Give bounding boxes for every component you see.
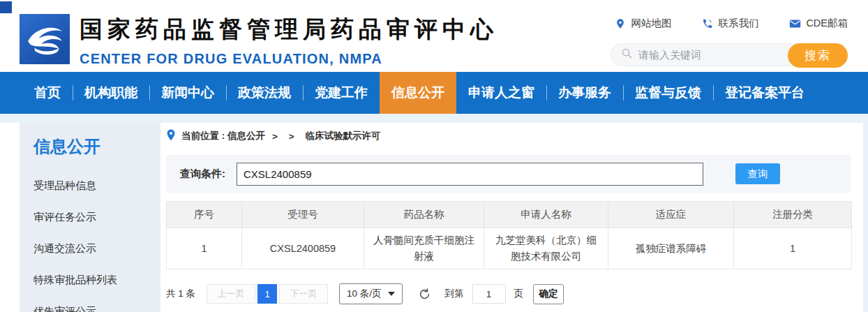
- sidebar-menu: 受理品种信息 审评任务公示 沟通交流公示 特殊审批品种列表 优先审评公示: [33, 180, 160, 312]
- sidebar-title: 信息公开: [33, 137, 160, 156]
- table-header-row: 序号 受理号 药品名称 申请人名称 适应症 注册分类: [167, 202, 852, 228]
- breadcrumb-pin-icon: [166, 129, 176, 143]
- contact-label: 联系我们: [718, 17, 758, 30]
- page-size-select[interactable]: 10 条/页: [339, 283, 403, 304]
- main-content: 当前位置 : 信息公开 > > 临床试验默示许可 查询条件: 查询 序号 受理号…: [166, 123, 851, 304]
- swan-logo-icon: [22, 20, 68, 59]
- nav-item-registration-platform[interactable]: 登记备案平台: [713, 72, 816, 114]
- site-title: 国家药品监督管理局药品审评中心: [80, 14, 498, 45]
- corner-decoration: [0, 1, 12, 13]
- nav-item-party[interactable]: 党建工作: [303, 72, 380, 114]
- sidebar-item-priority-review[interactable]: 优先审评公示: [33, 306, 160, 312]
- page-1-button[interactable]: 1: [257, 284, 277, 304]
- query-condition-label: 查询条件:: [180, 168, 225, 181]
- mail-icon: [789, 19, 801, 29]
- col-header-registration-class: 注册分类: [734, 202, 852, 228]
- query-condition-input[interactable]: [237, 163, 703, 186]
- nav-item-applicant-window[interactable]: 申请人之窗: [456, 72, 546, 114]
- cell-registration-class: 1: [734, 228, 852, 269]
- prev-page-button[interactable]: 上一页: [207, 284, 255, 304]
- contact-link[interactable]: 联系我们: [702, 17, 758, 30]
- pagination-bar: 共 1 条 上一页 1 下一页 10 条/页 到第 页 确定: [166, 283, 851, 304]
- sidebar-item-communication[interactable]: 沟通交流公示: [33, 243, 160, 254]
- nav-item-supervision[interactable]: 监督与反馈: [623, 72, 713, 114]
- nav-item-policies[interactable]: 政策法规: [226, 72, 303, 114]
- nav-item-info-disclosure[interactable]: 信息公开: [380, 72, 456, 114]
- table-row: 1 CXSL2400859 人骨髓间充质干细胞注射液 九芝堂美科（北京）细胞技术…: [167, 228, 852, 269]
- nav-item-services[interactable]: 办事服务: [546, 72, 623, 114]
- query-panel: 查询条件: 查询: [166, 155, 851, 193]
- sitemap-label: 网站地图: [631, 17, 671, 30]
- confirm-button[interactable]: 确定: [533, 284, 564, 304]
- site-subtitle: CENTER FOR DRUG EVALUATION, NMPA: [80, 51, 498, 67]
- map-pin-icon: [615, 18, 626, 29]
- col-header-applicant: 申请人名称: [484, 202, 608, 228]
- cde-mail-label: CDE邮箱: [806, 17, 848, 30]
- total-count-label: 共 1 条: [166, 288, 195, 300]
- cell-drug-name: 人骨髓间充质干细胞注射液: [364, 228, 484, 269]
- goto-page-label: 到第: [445, 288, 464, 300]
- nav-item-news[interactable]: 新闻中心: [149, 72, 226, 114]
- refresh-icon[interactable]: [418, 288, 431, 301]
- sidebar: 信息公开 受理品种信息 审评任务公示 沟通交流公示 特殊审批品种列表 优先审评公…: [20, 123, 160, 312]
- site-search-bar: 搜索: [611, 43, 848, 66]
- sitemap-link[interactable]: 网站地图: [615, 17, 671, 30]
- breadcrumb-separator: > >: [272, 131, 299, 142]
- sidebar-item-special-approval[interactable]: 特殊审批品种列表: [33, 274, 160, 285]
- page-unit-label: 页: [514, 288, 524, 300]
- site-identity: 国家药品监督管理局药品审评中心 CENTER FOR DRUG EVALUATI…: [80, 14, 498, 67]
- cell-index: 1: [167, 228, 242, 269]
- col-header-drug-name: 药品名称: [364, 202, 484, 228]
- col-header-indication: 适应症: [608, 202, 734, 228]
- col-header-index: 序号: [167, 202, 242, 228]
- cell-acceptance-no: CXSL2400859: [242, 228, 364, 269]
- chevron-down-icon: [388, 292, 395, 296]
- breadcrumb-current: 临床试验默示许可: [306, 130, 381, 142]
- main-nav: 首页 机构职能 新闻中心 政策法规 党建工作 信息公开 申请人之窗 办事服务 监…: [0, 72, 868, 114]
- right-edge-strip: [863, 114, 868, 312]
- breadcrumb: 当前位置 : 信息公开 > > 临床试验默示许可: [166, 127, 851, 145]
- nav-item-home[interactable]: 首页: [22, 72, 73, 114]
- search-icon: [621, 47, 633, 62]
- cde-logo: [20, 14, 70, 64]
- sidebar-item-review-tasks[interactable]: 审评任务公示: [33, 211, 160, 223]
- phone-icon: [702, 18, 713, 29]
- results-table: 序号 受理号 药品名称 申请人名称 适应症 注册分类 1 CXSL2400859…: [166, 201, 852, 269]
- breadcrumb-prefix: 当前位置 : 信息公开: [181, 130, 265, 142]
- cde-mail-link[interactable]: CDE邮箱: [789, 17, 848, 30]
- cell-applicant: 九芝堂美科（北京）细胞技术有限公司: [484, 228, 608, 269]
- col-header-acceptance-no: 受理号: [242, 202, 364, 228]
- nav-divider-band: [0, 114, 868, 123]
- nav-item-functions[interactable]: 机构职能: [73, 72, 149, 114]
- page-size-value: 10 条/页: [347, 288, 382, 300]
- query-button[interactable]: 查询: [735, 163, 780, 184]
- site-search-button[interactable]: 搜索: [788, 43, 848, 68]
- sidebar-item-accepted-products[interactable]: 受理品种信息: [33, 180, 160, 191]
- goto-page-input[interactable]: [472, 284, 506, 304]
- cell-indication: 孤独症谱系障碍: [608, 228, 734, 269]
- header-quick-links: 网站地图 联系我们 CDE邮箱: [615, 17, 848, 30]
- next-page-button[interactable]: 下一页: [279, 284, 328, 304]
- page: 国家药品监督管理局药品审评中心 CENTER FOR DRUG EVALUATI…: [0, 0, 868, 312]
